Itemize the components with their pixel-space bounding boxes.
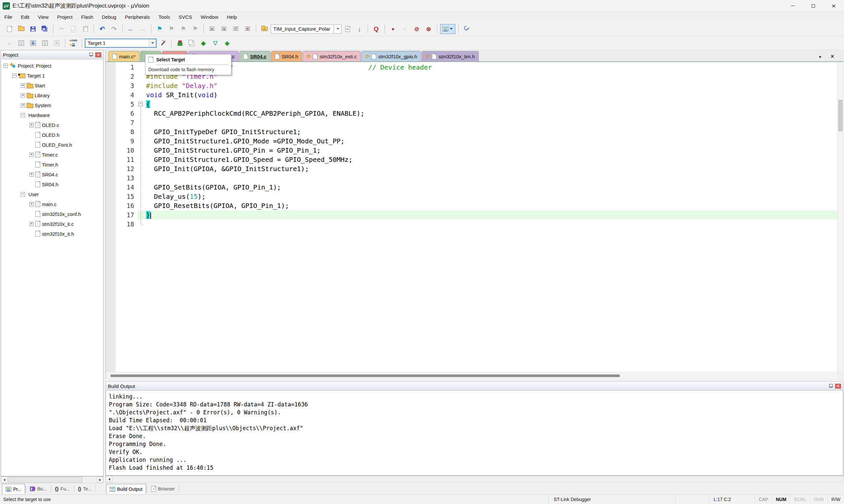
fold-collapse-icon[interactable]: −: [139, 102, 143, 106]
panel-close-icon[interactable]: [95, 52, 101, 57]
unindent-button[interactable]: ◂: [219, 24, 229, 34]
tree-item-target-1[interactable]: −Target 1: [1, 71, 103, 80]
menu-peripherals[interactable]: Peripherals: [121, 13, 154, 21]
tree-expander-icon[interactable]: +: [29, 173, 34, 177]
close-document-icon[interactable]: [830, 53, 834, 60]
next-bookmark-button[interactable]: ⚑: [178, 24, 188, 34]
undo-button[interactable]: ↶: [97, 24, 107, 34]
stop-build-button[interactable]: ×: [51, 38, 62, 48]
build-output-log[interactable]: linking...Program Size: Code=3348 RO-dat…: [106, 391, 843, 476]
find-next-button[interactable]: ↓: [354, 24, 365, 34]
tree-item-library[interactable]: +Library: [1, 90, 103, 100]
tree-expander-icon[interactable]: −: [21, 113, 25, 118]
translate-button[interactable]: ↓: [4, 38, 15, 48]
pin-icon[interactable]: [89, 52, 93, 57]
scroll-thumb[interactable]: [8, 477, 83, 483]
tree-item-timer-h[interactable]: Timer.h: [1, 160, 103, 169]
previous-bookmark-button[interactable]: ⚑: [166, 24, 177, 34]
scroll-track[interactable]: [7, 476, 96, 483]
toggle-bookmark-button[interactable]: ⚑: [154, 24, 165, 34]
paste-button[interactable]: [80, 24, 91, 34]
tree-item-start[interactable]: +Start: [1, 80, 103, 90]
select-target-dropdown[interactable]: [149, 39, 156, 47]
uncomment-selection-button[interactable]: ×: [242, 24, 253, 34]
clear-bookmarks-button[interactable]: ⚑: [190, 24, 200, 34]
editor-tab-main-c[interactable]: main.c*: [108, 51, 140, 61]
menu-tools[interactable]: Tools: [154, 13, 175, 21]
configure-button[interactable]: [462, 24, 472, 34]
find-in-files-button[interactable]: ●●: [259, 24, 270, 34]
download-to-flash-button[interactable]: ⇊: [68, 38, 79, 48]
copy-button[interactable]: [68, 24, 79, 34]
tree-expander-icon[interactable]: +: [29, 152, 34, 157]
kill-all-breakpoints-button[interactable]: ⊗: [423, 24, 434, 34]
tree-item-oled-c[interactable]: +OLED.c: [1, 120, 103, 130]
pin-icon[interactable]: [829, 384, 832, 388]
close-button[interactable]: [824, 0, 844, 12]
view-tab-pr[interactable]: Pr...: [2, 484, 25, 494]
editor-tab-stm32f10x-gpio-h[interactable]: stm32f10x_gpio.h: [361, 51, 421, 61]
disable-breakpoint-button[interactable]: ⊘: [411, 24, 422, 34]
menu-view[interactable]: View: [34, 13, 53, 21]
tree-item-stm32f10x-conf-h[interactable]: stm32f10x_conf.h: [1, 209, 103, 219]
enable-breakpoint-button[interactable]: ○: [399, 24, 410, 34]
menu-edit[interactable]: Edit: [17, 13, 34, 21]
navigate-back-button[interactable]: ←: [126, 24, 136, 34]
editor-tab-stm32f10x-exti-c[interactable]: stm32f10x_exti.c: [303, 51, 361, 61]
comment-selection-button[interactable]: ∕: [231, 24, 241, 34]
menu-flash[interactable]: Flash: [77, 13, 97, 21]
build-button[interactable]: ↓: [16, 38, 26, 48]
insert-breakpoint-button[interactable]: ●: [388, 24, 398, 34]
tree-item-main-c[interactable]: +main.c: [1, 199, 103, 209]
tree-item-stm32f10x-it-h[interactable]: stm32f10x_it.h: [1, 229, 103, 239]
cut-button[interactable]: ✂: [56, 24, 67, 34]
editor-tab-sr04-h[interactable]: SR04.h: [271, 51, 302, 61]
batch-build-button[interactable]: ↓: [39, 38, 50, 48]
build-output-scrollbar[interactable]: [106, 476, 843, 483]
redo-button[interactable]: ↷: [109, 24, 119, 34]
tree-item-sr04-h[interactable]: SR04.h: [1, 179, 103, 189]
menu-help[interactable]: Help: [222, 13, 241, 21]
tree-expander-icon[interactable]: +: [29, 222, 34, 226]
editor-vertical-scrollbar[interactable]: [838, 62, 843, 372]
new-file-button[interactable]: [4, 24, 15, 34]
tree-item-timer-c[interactable]: +Timer.c: [1, 150, 103, 160]
navigate-forward-button[interactable]: →: [138, 24, 148, 34]
tree-expander-icon[interactable]: +: [29, 123, 34, 127]
project-tree[interactable]: −Project: Project−Target 1+Start+Library…: [1, 59, 104, 476]
output-tab-browser[interactable]: ●Browser: [148, 484, 178, 494]
editor-tab-stm32f10x-tim-h[interactable]: stm32f10x_tim.h: [422, 51, 479, 61]
options-for-target-button[interactable]: [158, 38, 168, 48]
scroll-left-arrow[interactable]: [106, 476, 112, 482]
tree-expander-icon[interactable]: −: [12, 73, 17, 78]
menu-window[interactable]: Window: [197, 13, 222, 21]
view-tab-te[interactable]: ()Te...: [75, 484, 95, 494]
project-windows-button[interactable]: [440, 24, 455, 34]
save-all-button[interactable]: [39, 24, 50, 34]
scroll-thumb[interactable]: [838, 100, 843, 131]
indent-button[interactable]: ▸: [207, 24, 217, 34]
editor-horizontal-scrollbar[interactable]: [106, 372, 838, 379]
project-horizontal-scrollbar[interactable]: [1, 476, 104, 483]
menu-file[interactable]: File: [0, 13, 17, 21]
find-text-combo[interactable]: TIM_Input_Capture_Polar: [271, 24, 334, 34]
view-tab-bo[interactable]: Bo...: [27, 484, 50, 494]
menu-project[interactable]: Project: [53, 13, 77, 21]
tree-item-project-project[interactable]: −Project: Project: [1, 61, 103, 71]
output-tab-build-output[interactable]: Build Output: [106, 484, 146, 494]
manage-project-items-button[interactable]: [186, 38, 197, 48]
editor-tab-sr04-c[interactable]: SR04.c: [239, 51, 270, 61]
view-tab-fu[interactable]: {}Fu...: [52, 484, 73, 494]
manage-run-time-environment-button[interactable]: [175, 38, 185, 48]
scroll-thumb[interactable]: [110, 375, 620, 377]
scroll-left-arrow[interactable]: [1, 476, 7, 483]
open-file-button[interactable]: [16, 24, 26, 34]
tree-item-oled-h[interactable]: OLED.h: [1, 130, 103, 140]
code-editor[interactable]: 1#include "stm32f10x.h" // Device header…: [106, 62, 843, 379]
menu-svcs[interactable]: SVCS: [175, 13, 197, 21]
select-software-packs-button[interactable]: ▽: [210, 38, 220, 48]
scroll-track[interactable]: [112, 476, 843, 482]
select-target-combo[interactable]: Target 1: [85, 39, 157, 48]
tree-expander-icon[interactable]: −: [21, 192, 25, 196]
tree-item-oled-font-h[interactable]: OLED_Font.h: [1, 140, 103, 150]
